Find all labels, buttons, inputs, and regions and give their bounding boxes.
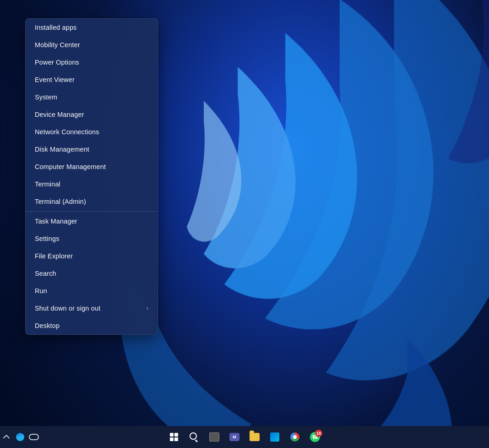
menu-item-label-system: System <box>35 93 57 101</box>
menu-item-label-terminal-admin: Terminal (Admin) <box>35 198 86 205</box>
file-manager-icon <box>209 432 219 442</box>
menu-item-label-disk-management: Disk Management <box>35 146 89 153</box>
start-button[interactable] <box>165 428 183 446</box>
store-icon <box>270 432 279 442</box>
menu-item-label-computer-management: Computer Management <box>35 163 106 170</box>
menu-item-disk-management[interactable]: Disk Management <box>26 141 158 158</box>
menu-item-label-event-viewer: Event Viewer <box>35 76 75 83</box>
context-menu: Installed appsMobility CenterPower Optio… <box>25 18 158 335</box>
show-hidden-icons-button[interactable] <box>0 431 13 443</box>
taskbar-whatsapp-button[interactable]: ☎ 18 <box>306 428 324 446</box>
menu-item-file-explorer[interactable]: File Explorer <box>26 247 158 265</box>
menu-item-mobility-center[interactable]: Mobility Center <box>26 36 158 54</box>
menu-divider <box>26 211 158 212</box>
menu-item-desktop[interactable]: Desktop <box>26 317 158 334</box>
search-icon <box>190 432 199 442</box>
taskbar-center: M ☎ 18 <box>165 428 324 446</box>
taskbar-chrome-button[interactable] <box>286 428 304 446</box>
menu-item-terminal[interactable]: Terminal <box>26 175 158 193</box>
files-icon <box>250 433 260 441</box>
menu-item-run[interactable]: Run <box>26 282 158 300</box>
menu-item-event-viewer[interactable]: Event Viewer <box>26 71 158 88</box>
windows-logo-icon <box>170 433 178 441</box>
menu-item-label-device-manager: Device Manager <box>35 111 84 118</box>
taskbar-meet-button[interactable]: M <box>225 428 244 446</box>
menu-item-label-terminal: Terminal <box>35 180 60 188</box>
menu-item-computer-management[interactable]: Computer Management <box>26 158 158 175</box>
meet-icon: M <box>229 433 239 441</box>
taskbar: M ☎ 18 <box>0 426 489 448</box>
taskbar-files-button[interactable] <box>245 428 264 446</box>
menu-item-label-desktop: Desktop <box>35 322 60 329</box>
onedrive-tray-icon[interactable] <box>27 431 40 443</box>
taskbar-store-button[interactable] <box>266 428 284 446</box>
menu-item-label-installed-apps: Installed apps <box>35 24 77 31</box>
menu-item-label-shut-down: Shut down or sign out <box>35 305 100 312</box>
menu-item-label-mobility-center: Mobility Center <box>35 41 80 49</box>
menu-item-label-power-options: Power Options <box>35 59 79 66</box>
menu-item-label-run: Run <box>35 287 47 295</box>
menu-item-terminal-admin[interactable]: Terminal (Admin) <box>26 193 158 210</box>
edge-icon <box>16 433 24 441</box>
menu-item-label-network-connections: Network Connections <box>35 128 99 136</box>
menu-item-label-settings: Settings <box>35 235 60 242</box>
chrome-icon <box>290 432 299 442</box>
menu-item-label-task-manager: Task Manager <box>35 218 77 225</box>
menu-item-search[interactable]: Search <box>26 265 158 282</box>
taskbar-search-button[interactable] <box>185 428 203 446</box>
chevron-right-icon: › <box>147 305 148 311</box>
chevron-up-icon <box>3 434 10 441</box>
menu-item-label-search: Search <box>35 270 56 277</box>
whatsapp-badge: 18 <box>315 430 322 437</box>
menu-item-installed-apps[interactable]: Installed apps <box>26 19 158 36</box>
taskbar-file-manager-button[interactable] <box>205 428 223 446</box>
cloud-icon <box>29 434 39 440</box>
menu-item-shut-down[interactable]: Shut down or sign out› <box>26 300 158 317</box>
menu-item-system[interactable]: System <box>26 88 158 106</box>
menu-item-label-file-explorer: File Explorer <box>35 252 73 260</box>
system-tray <box>0 431 40 443</box>
menu-item-network-connections[interactable]: Network Connections <box>26 123 158 141</box>
menu-item-device-manager[interactable]: Device Manager <box>26 106 158 123</box>
menu-item-task-manager[interactable]: Task Manager <box>26 213 158 230</box>
menu-item-power-options[interactable]: Power Options <box>26 54 158 71</box>
menu-item-settings[interactable]: Settings <box>26 230 158 247</box>
edge-tray-icon[interactable] <box>14 431 27 443</box>
